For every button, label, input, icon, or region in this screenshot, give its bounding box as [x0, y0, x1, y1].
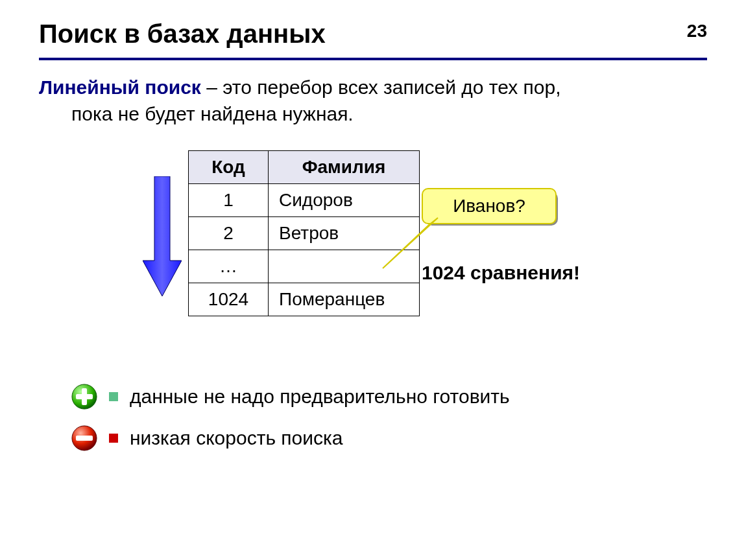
definition-text: Линейный поиск – это перебор всех записе… — [39, 75, 707, 127]
plus-icon — [71, 384, 97, 410]
definition-line1: – это перебор всех записей до тех пор, — [201, 76, 561, 98]
callout-box: Иванов? — [422, 188, 557, 224]
cell-name: Померанцев — [269, 283, 420, 316]
bullet-pro-text: данные не надо предварительно готовить — [130, 386, 510, 408]
term-linear-search: Линейный поиск — [39, 76, 201, 98]
bullet-con-text: низкая скорость поиска — [130, 427, 343, 449]
cell-code: 1024 — [189, 283, 269, 316]
svg-marker-0 — [143, 176, 182, 296]
callout-text: Иванов? — [453, 196, 525, 216]
table-area: Код Фамилия 1 Сидоров 2 Ветров … 1024 По… — [39, 150, 707, 345]
bullet-pro: данные не надо предварительно готовить — [71, 384, 707, 410]
svg-rect-4 — [76, 394, 93, 399]
page-number: 23 — [687, 21, 707, 41]
cell-code: 2 — [189, 217, 269, 250]
bullet-con: низкая скорость поиска — [71, 425, 707, 451]
table-header-code: Код — [189, 151, 269, 184]
bullets-list: данные не надо предварительно готовить н… — [39, 384, 707, 451]
slide: 23 Поиск в базах данных Линейный поиск –… — [0, 0, 746, 560]
callout: Иванов? — [422, 188, 558, 224]
cell-name: Сидоров — [269, 184, 420, 217]
cell-code: … — [189, 250, 269, 283]
definition-line2: пока не будет найдена нужная. — [39, 101, 707, 128]
comparisons-label: 1024 сравнения! — [422, 262, 580, 284]
page-title: Поиск в базах данных — [39, 19, 707, 55]
down-arrow-icon — [143, 176, 182, 299]
title-rule — [39, 58, 707, 60]
minus-icon — [71, 425, 97, 451]
table-header-name: Фамилия — [269, 151, 420, 184]
table-row: 1 Сидоров — [189, 184, 420, 217]
table-header-row: Код Фамилия — [189, 151, 420, 184]
cell-code: 1 — [189, 184, 269, 217]
bullet-marker-icon — [109, 434, 118, 443]
table-row: 1024 Померанцев — [189, 283, 420, 316]
bullet-marker-icon — [109, 392, 118, 401]
svg-marker-1 — [383, 218, 438, 268]
svg-rect-6 — [76, 436, 93, 441]
